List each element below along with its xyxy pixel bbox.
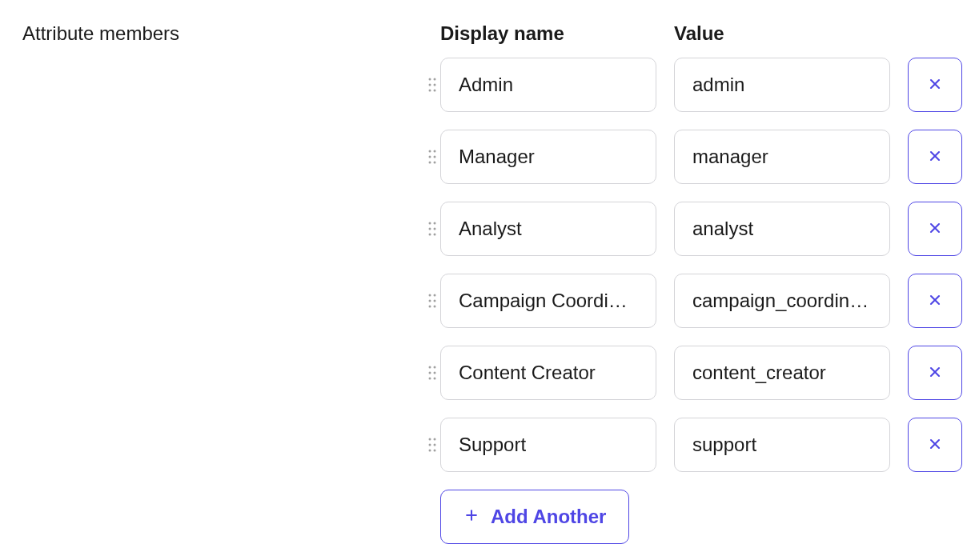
svg-point-43 xyxy=(434,444,436,446)
svg-point-35 xyxy=(434,372,436,374)
svg-point-26 xyxy=(429,300,431,302)
svg-point-25 xyxy=(434,294,436,297)
svg-point-37 xyxy=(434,378,436,380)
attribute-member-row xyxy=(424,346,962,400)
svg-point-8 xyxy=(429,150,431,153)
value-input[interactable] xyxy=(674,130,890,184)
delete-row-button[interactable] xyxy=(908,274,962,328)
display-name-input[interactable] xyxy=(440,274,656,328)
section-title: Attribute members xyxy=(22,22,405,45)
svg-point-5 xyxy=(434,90,436,92)
svg-point-19 xyxy=(434,228,436,230)
svg-point-0 xyxy=(429,78,431,81)
svg-point-29 xyxy=(434,306,436,308)
display-name-input[interactable] xyxy=(440,130,656,184)
svg-point-34 xyxy=(429,372,431,374)
delete-row-button[interactable] xyxy=(908,346,962,400)
delete-row-button[interactable] xyxy=(908,58,962,112)
svg-point-12 xyxy=(429,162,431,164)
attribute-member-row xyxy=(424,418,962,472)
header-value: Value xyxy=(674,22,724,45)
delete-row-button[interactable] xyxy=(908,418,962,472)
display-name-input[interactable] xyxy=(440,58,656,112)
attribute-member-row xyxy=(424,274,962,328)
svg-point-18 xyxy=(429,228,431,230)
svg-point-42 xyxy=(429,444,431,446)
svg-point-36 xyxy=(429,378,431,380)
svg-point-40 xyxy=(429,438,431,441)
svg-point-9 xyxy=(434,150,436,153)
svg-point-24 xyxy=(429,294,431,297)
attribute-member-row xyxy=(424,130,962,184)
add-another-button[interactable]: Add Another xyxy=(440,490,629,544)
close-icon xyxy=(927,220,943,238)
value-input[interactable] xyxy=(674,274,890,328)
display-name-input[interactable] xyxy=(440,202,656,256)
drag-handle-icon[interactable] xyxy=(424,78,440,92)
drag-handle-icon[interactable] xyxy=(424,438,440,452)
add-another-label: Add Another xyxy=(491,506,606,528)
header-display-name: Display name xyxy=(440,22,674,45)
svg-point-20 xyxy=(429,234,431,236)
svg-point-45 xyxy=(434,450,436,452)
delete-row-button[interactable] xyxy=(908,130,962,184)
attribute-member-row xyxy=(424,58,962,112)
close-icon xyxy=(927,292,943,310)
svg-point-3 xyxy=(434,84,436,86)
drag-handle-icon[interactable] xyxy=(424,366,440,380)
delete-row-button[interactable] xyxy=(908,202,962,256)
value-input[interactable] xyxy=(674,346,890,400)
svg-point-1 xyxy=(434,78,436,81)
drag-handle-icon[interactable] xyxy=(424,150,440,164)
value-input[interactable] xyxy=(674,418,890,472)
svg-point-33 xyxy=(434,366,436,369)
svg-point-11 xyxy=(434,156,436,158)
value-input[interactable] xyxy=(674,58,890,112)
svg-point-32 xyxy=(429,366,431,369)
svg-point-27 xyxy=(434,300,436,302)
attribute-member-row xyxy=(424,202,962,256)
display-name-input[interactable] xyxy=(440,418,656,472)
plus-icon xyxy=(463,506,479,528)
svg-point-2 xyxy=(429,84,431,86)
close-icon xyxy=(927,364,943,382)
drag-handle-icon[interactable] xyxy=(424,222,440,236)
close-icon xyxy=(927,436,943,454)
svg-point-28 xyxy=(429,306,431,308)
value-input[interactable] xyxy=(674,202,890,256)
svg-point-4 xyxy=(429,90,431,92)
svg-point-41 xyxy=(434,438,436,441)
svg-point-16 xyxy=(429,222,431,225)
drag-handle-icon[interactable] xyxy=(424,294,440,308)
display-name-input[interactable] xyxy=(440,346,656,400)
svg-point-17 xyxy=(434,222,436,225)
close-icon xyxy=(927,148,943,166)
svg-point-13 xyxy=(434,162,436,164)
close-icon xyxy=(927,76,943,94)
svg-point-10 xyxy=(429,156,431,158)
svg-point-44 xyxy=(429,450,431,452)
svg-point-21 xyxy=(434,234,436,236)
